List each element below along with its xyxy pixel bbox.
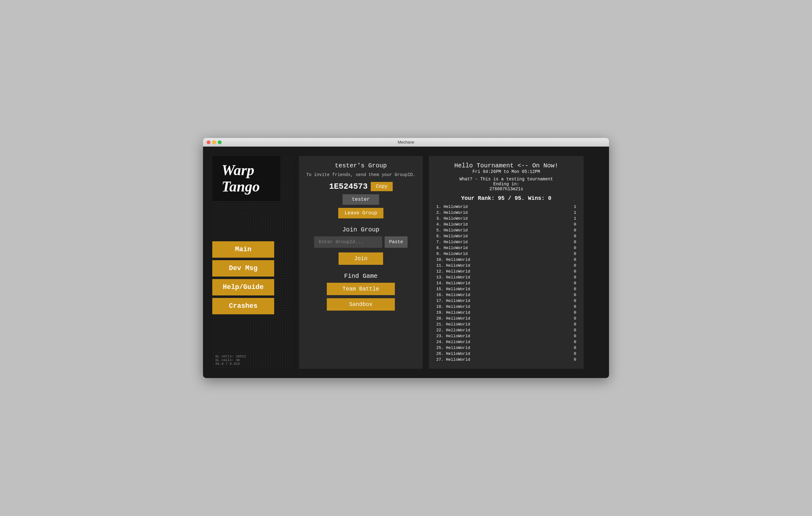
leaderboard-row: 24. HelloWorld0 [435,339,577,345]
lb-score: 0 [567,310,576,315]
debug-info: GL verts: 10522 GL calls: 48 59.8 / 0.81… [215,355,246,366]
lb-rank-name: 6. HelloWorld [436,234,567,239]
nav-buttons: Main Dev Msg Help/Guide Crashes [212,241,293,314]
lb-rank-name: 21. HelloWorld [436,322,567,327]
debug-line2: GL calls: 48 [215,358,246,362]
lb-rank-name: 5. HelloWorld [436,228,567,233]
username-badge: tester [343,194,379,205]
lb-rank-name: 17. HelloWorld [436,299,567,303]
leaderboard-row: 25. HelloWorld0 [435,345,577,351]
logo-line1: Warp [222,162,254,178]
lb-rank-name: 11. HelloWorld [436,263,567,268]
lb-rank-name: 20. HelloWorld [436,316,567,321]
leaderboard-row: 15. HelloWorld0 [435,286,577,292]
join-button[interactable]: Join [339,252,383,265]
leaderboard-row: 10. HelloWorld0 [435,257,577,263]
team-battle-button[interactable]: Team Battle [327,283,395,295]
join-row: Paste [305,236,416,248]
lb-rank-name: 14. HelloWorld [436,281,567,285]
lb-rank-name: 13. HelloWorld [436,275,567,280]
leaderboard-row: 11. HelloWorld0 [435,263,577,269]
leaderboard-row: 2. HelloWorld1 [435,210,577,216]
lb-score: 0 [567,240,576,244]
debug-line3: 59.8 / 0.815 [215,362,246,366]
crashes-button[interactable]: Crashes [212,298,274,314]
lb-score: 0 [567,322,576,327]
lb-score: 0 [567,246,576,250]
lb-rank-name: 24. HelloWorld [436,340,567,344]
main-content: Warp Tango Main Dev Msg Help/Guide Crash… [203,147,609,378]
copy-button[interactable]: Copy [371,182,393,191]
leaderboard-row: 3. HelloWorld1 [435,216,577,221]
lb-rank-name: 19. HelloWorld [436,310,567,315]
window-title: Mechane [398,140,414,145]
leaderboard: 1. HelloWorld12. HelloWorld13. HelloWorl… [435,204,577,363]
maximize-button[interactable] [218,141,222,144]
tournament-desc: What? - This is a testing tournament [435,177,577,182]
lb-score: 0 [567,257,576,262]
lb-score: 0 [567,287,576,292]
lb-score: 0 [567,293,576,297]
leave-group-button[interactable]: Leave Group [338,208,383,218]
leaderboard-row: 7. HelloWorld0 [435,239,577,245]
leaderboard-row: 4. HelloWorld0 [435,221,577,227]
tournament-countdown: 276007h13m21s [435,186,577,191]
lb-score: 0 [567,334,576,338]
leaderboard-row: 9. HelloWorld0 [435,251,577,257]
app-window: Mechane Warp Tango Main Dev Msg Help/Gui… [203,138,609,378]
help-button[interactable]: Help/Guide [212,279,274,296]
leaderboard-row: 14. HelloWorld0 [435,280,577,286]
lb-score: 0 [567,222,576,227]
lb-rank-name: 7. HelloWorld [436,240,567,244]
lb-rank-name: 23. HelloWorld [436,334,567,338]
sandbox-button[interactable]: Sandbox [327,298,395,311]
leaderboard-row: 16. HelloWorld0 [435,292,577,298]
lb-rank-name: 26. HelloWorld [436,352,567,356]
lb-score: 0 [567,299,576,303]
group-title: tester's Group [335,162,387,169]
logo-line2: Tango [222,178,260,194]
leaderboard-row: 18. HelloWorld0 [435,304,577,310]
lb-score: 0 [567,304,576,309]
minimize-button[interactable] [212,141,216,144]
leaderboard-row: 21. HelloWorld0 [435,322,577,327]
lb-rank-name: 25. HelloWorld [436,345,567,350]
lb-rank-name: 15. HelloWorld [436,287,567,292]
lb-rank-name: 22. HelloWorld [436,328,567,333]
lb-score: 0 [567,275,576,280]
tournament-title: Hello Tournament <-- On Now! [435,162,577,169]
logo-box: Warp Tango [212,156,280,201]
lb-score: 0 [567,357,576,362]
leaderboard-row: 20. HelloWorld0 [435,315,577,322]
main-button[interactable]: Main [212,241,274,258]
lb-rank-name: 16. HelloWorld [436,293,567,297]
titlebar: Mechane [203,138,609,147]
lb-score: 0 [567,281,576,285]
lb-rank-name: 12. HelloWorld [436,269,567,274]
lb-score: 1 [567,216,576,221]
tournament-time: Fri 04:26PM to Mon 05:12PM [435,169,577,174]
join-section-label: Join Group [342,226,379,233]
left-panel: Warp Tango Main Dev Msg Help/Guide Crash… [212,156,293,369]
lb-score: 0 [567,228,576,233]
close-button[interactable] [207,141,210,144]
lb-rank-name: 2. HelloWorld [436,210,567,215]
lb-rank-name: 9. HelloWorld [436,251,567,256]
lb-score: 0 [567,352,576,356]
lb-rank-name: 1. HelloWorld [436,205,567,209]
lb-score: 0 [567,345,576,350]
leaderboard-row: 17. HelloWorld0 [435,298,577,304]
lb-score: 0 [567,263,576,268]
leaderboard-row: 23. HelloWorld0 [435,333,577,339]
logo-text: Warp Tango [222,162,271,195]
devmsg-button[interactable]: Dev Msg [212,260,274,277]
paste-button[interactable]: Paste [385,236,407,248]
leaderboard-row: 19. HelloWorld0 [435,310,577,315]
group-id-input[interactable] [314,236,382,248]
lb-rank-name: 18. HelloWorld [436,304,567,309]
lb-score: 1 [567,205,576,209]
tournament-ending-label: Ending in: [435,182,577,186]
lb-rank-name: 10. HelloWorld [436,257,567,262]
leaderboard-row: 12. HelloWorld0 [435,269,577,274]
group-id-row: 1E524573 Copy [329,182,393,191]
